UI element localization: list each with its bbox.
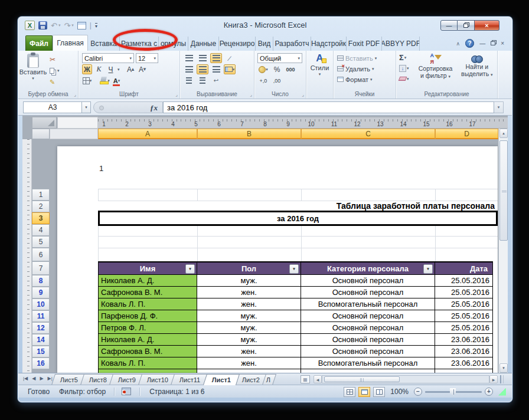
format-cells-button[interactable]: Формат ▾ xyxy=(337,75,396,84)
filter-dropdown-icon[interactable]: ▾ xyxy=(185,264,195,274)
minimize-button[interactable]: — xyxy=(440,20,458,31)
maximize-button[interactable] xyxy=(458,20,475,31)
scroll-down-icon[interactable]: ▼ xyxy=(499,363,508,373)
close-button[interactable]: × xyxy=(475,20,499,31)
table-header-1[interactable]: Пол▾ xyxy=(197,261,301,275)
horizontal-scrollbar[interactable] xyxy=(322,375,489,383)
wrap-text-button[interactable]: ↩ xyxy=(210,76,222,86)
decrease-indent-button[interactable] xyxy=(183,76,195,86)
row-header-8[interactable]: 8 xyxy=(32,275,50,287)
insert-cells-button[interactable]: Вставить ▾ xyxy=(337,54,396,63)
title-bar[interactable]: X ↶▾ ↷▾ | ▾ Книга3 - Microsoft Excel — × xyxy=(18,17,512,34)
tab-file[interactable]: Файл xyxy=(25,35,53,51)
table-cell[interactable]: 25.05.2016 xyxy=(435,287,493,298)
table-cell[interactable]: 25.05.2016 xyxy=(435,298,493,310)
name-box[interactable]: A3 xyxy=(23,101,82,113)
filter-dropdown-icon[interactable]: ▾ xyxy=(289,264,299,274)
tab-data[interactable]: Данные xyxy=(188,37,219,51)
macro-record-icon[interactable] xyxy=(122,388,131,395)
formula-input[interactable]: за 2016 год xyxy=(163,101,494,113)
table-cell[interactable]: Коваль Л. П. xyxy=(98,357,197,369)
table-cell[interactable]: Вспомогательный персонал xyxy=(301,357,435,369)
fill-color-button[interactable]: ▾ xyxy=(100,76,110,86)
tab-developer[interactable]: Разработч xyxy=(273,37,311,51)
bold-button[interactable]: Ж xyxy=(82,64,92,74)
help-icon[interactable]: ? xyxy=(465,39,474,48)
row-header-5[interactable]: 5 xyxy=(32,236,50,248)
column-header-C[interactable]: C xyxy=(301,129,435,139)
alignment-dialog-launcher[interactable]: ⌟ xyxy=(250,92,252,97)
row-header-1[interactable]: 1 xyxy=(32,189,50,201)
zoom-in-button[interactable]: + xyxy=(485,388,493,396)
styles-button[interactable]: Стили xyxy=(311,64,329,71)
table-cell[interactable]: 25.05.2016 xyxy=(435,310,493,322)
align-center-button[interactable] xyxy=(197,64,208,74)
shrink-font-button[interactable]: А▼ xyxy=(138,64,148,74)
expand-formula-bar-icon[interactable]: ▾ xyxy=(494,101,504,113)
tab-split-handle[interactable] xyxy=(500,375,504,383)
normal-view-button[interactable] xyxy=(344,387,355,397)
name-box-dropdown-icon[interactable]: ▾ xyxy=(82,101,91,113)
row-header-9[interactable]: 9 xyxy=(32,287,50,298)
align-bottom-button[interactable] xyxy=(210,53,222,63)
first-sheet-icon[interactable]: |◀ xyxy=(23,376,28,381)
zoom-level[interactable]: 100% xyxy=(390,388,409,396)
table-cell[interactable]: 25.05.2016 xyxy=(435,322,493,334)
number-dialog-launcher[interactable]: ⌟ xyxy=(302,92,304,97)
table-cell[interactable]: Основной персонал xyxy=(301,334,435,346)
table-cell[interactable]: муж. xyxy=(197,322,301,334)
resize-grip[interactable] xyxy=(498,388,506,396)
clear-button[interactable]: ▾ xyxy=(399,74,414,83)
align-left-button[interactable] xyxy=(183,64,195,74)
table-cell[interactable]: Петров Ф. Л. xyxy=(98,322,197,334)
align-middle-button[interactable] xyxy=(197,53,208,63)
table-header-2[interactable]: Категория персонала▾ xyxy=(301,261,435,275)
table-header-0[interactable]: Имя▾ xyxy=(98,261,197,275)
table-cell[interactable]: 23.06.2016 xyxy=(435,346,493,357)
scroll-up-icon[interactable]: ▲ xyxy=(499,129,508,138)
grow-font-button[interactable]: А▲ xyxy=(126,64,136,74)
page-layout-view-button[interactable] xyxy=(358,387,370,397)
currency-button[interactable]: ▾ xyxy=(257,64,269,74)
ruler-corner-box[interactable] xyxy=(32,117,57,129)
table-cell[interactable]: Николаев А. Д. xyxy=(98,275,197,287)
column-header-D[interactable]: D xyxy=(435,129,498,139)
merge-center-button[interactable]: ▾ xyxy=(224,64,236,74)
copy-button[interactable]: ▾ xyxy=(48,66,61,76)
zoom-out-button[interactable]: − xyxy=(414,388,422,396)
row-header-7[interactable]: 7 xyxy=(32,261,50,275)
paste-dropdown-icon[interactable]: ▾ xyxy=(32,76,34,81)
align-right-button[interactable] xyxy=(210,64,222,74)
increase-indent-button[interactable] xyxy=(197,76,208,86)
tab-addins[interactable]: Надстройк xyxy=(311,37,347,51)
zoom-slider-thumb[interactable] xyxy=(450,388,456,396)
italic-button[interactable]: К xyxy=(94,64,104,74)
delete-cells-button[interactable]: Удалить ▾ xyxy=(337,64,396,73)
table-cell[interactable]: жен. xyxy=(197,346,301,357)
table-cell[interactable]: Основной персонал xyxy=(301,310,435,322)
prev-sheet-icon[interactable]: ◀ xyxy=(32,376,35,381)
percent-button[interactable]: % xyxy=(271,64,283,74)
row-header-3[interactable]: 3 xyxy=(32,212,50,224)
underline-dropdown-icon[interactable]: ▾ xyxy=(117,67,120,72)
last-sheet-icon[interactable]: ▶| xyxy=(48,376,53,381)
collapse-ribbon-icon[interactable]: ∧ xyxy=(456,41,461,47)
row-header-16[interactable]: 16 xyxy=(32,357,50,369)
table-cell[interactable]: Основной персонал xyxy=(301,287,435,298)
table-cell[interactable]: муж. xyxy=(197,310,301,322)
table-cell[interactable]: Основной персонал xyxy=(301,322,435,334)
table-cell[interactable]: жен. xyxy=(197,287,301,298)
borders-button[interactable]: ▾ xyxy=(82,76,92,86)
select-all-corner[interactable] xyxy=(32,129,50,139)
row-header-6[interactable]: 6 xyxy=(32,248,50,261)
column-header-B[interactable]: B xyxy=(197,129,301,139)
thousands-button[interactable]: 000 xyxy=(285,64,296,74)
table-cell[interactable]: жен. xyxy=(197,357,301,369)
font-dialog-launcher[interactable]: ⌟ xyxy=(175,92,178,97)
tab-home[interactable]: Главная xyxy=(53,35,88,51)
table-cell[interactable]: Сафронова В. М. xyxy=(98,346,197,357)
table-title-cell[interactable]: Таблица заработной платы персонала xyxy=(98,201,495,211)
vertical-scroll-thumb[interactable] xyxy=(499,140,508,241)
tab-review[interactable]: Рецензиро xyxy=(219,37,256,51)
filter-dropdown-icon[interactable]: ▾ xyxy=(423,264,433,274)
